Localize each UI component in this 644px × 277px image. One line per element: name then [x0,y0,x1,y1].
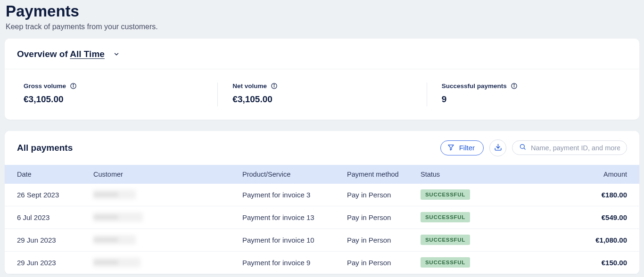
payments-table-card: All payments Filter [5,131,639,274]
status-badge: SUCCESSFUL [421,189,470,200]
metric-gross-volume: Gross volume €3,105.00 [8,81,217,108]
col-header-customer[interactable]: Customer [93,171,242,178]
metric-successful-payments: Successful payments 9 [427,81,636,108]
overview-card: Overview of All Time Gross volume €3,105… [5,39,639,120]
cell-date: 29 Jun 2023 [17,259,93,267]
cell-product: Payment for invoice 3 [242,191,347,199]
toolbar-actions: Filter [440,139,627,156]
metric-label: Gross volume [24,82,66,90]
overview-title: Overview of All Time [17,49,105,59]
overview-period-selector[interactable]: All Time [70,49,105,59]
search-input[interactable] [531,144,620,152]
cell-method: Pay in Person [347,191,421,199]
metric-value: €3,105.00 [24,94,202,105]
metric-label: Net volume [232,82,267,90]
cell-customer: xxxxxxx [93,258,242,267]
cell-product: Payment for invoice 10 [242,236,347,244]
customer-redacted: xxxxxxx [93,190,136,199]
chevron-down-icon[interactable] [113,51,120,57]
filter-label: Filter [459,144,475,152]
cell-customer: xxxxxxx [93,190,242,199]
cell-amount: €150.00 [543,259,627,267]
metric-label: Successful payments [442,82,507,90]
metric-value: €3,105.00 [232,94,411,105]
col-header-product[interactable]: Product/Service [242,171,347,178]
svg-point-5 [274,84,274,84]
table-row[interactable]: 29 Jun 2023 xxxxxxx Payment for invoice … [5,229,639,252]
download-icon [494,143,502,153]
overview-prefix: Overview of [17,49,70,59]
cell-date: 6 Jul 2023 [17,213,93,221]
cell-amount: €1,080.00 [543,236,627,244]
cell-method: Pay in Person [347,259,421,267]
info-icon[interactable] [271,82,278,90]
page-title: Payments [6,2,639,21]
table-toolbar: All payments Filter [5,131,639,165]
svg-point-2 [73,84,74,84]
table-row[interactable]: 29 Jun 2023 xxxxxxx Payment for invoice … [5,252,639,274]
filter-icon [447,144,454,152]
cell-date: 26 Sept 2023 [17,191,93,199]
metric-net-volume: Net volume €3,105.00 [217,81,426,108]
table-title: All payments [17,143,73,153]
customer-redacted: xxxxxxx [93,212,143,222]
col-header-amount[interactable]: Amount [543,171,627,178]
table-row[interactable]: 6 Jul 2023 xxxxxxx Payment for invoice 1… [5,206,639,229]
status-badge: SUCCESSFUL [421,212,470,222]
metrics-row: Gross volume €3,105.00 Net volume €3,105… [5,69,639,120]
svg-line-12 [524,148,525,149]
table-body: 26 Sept 2023 xxxxxxx Payment for invoice… [5,184,639,274]
status-badge: SUCCESSFUL [421,257,470,268]
search-icon [519,143,526,152]
svg-marker-9 [448,145,454,150]
cell-method: Pay in Person [347,236,421,244]
cell-date: 29 Jun 2023 [17,236,93,244]
info-icon[interactable] [511,82,518,90]
cell-status: SUCCESSFUL [421,257,543,268]
cell-status: SUCCESSFUL [421,235,543,245]
col-header-date[interactable]: Date [17,171,93,178]
search-wrapper[interactable] [512,140,627,155]
overview-header: Overview of All Time [5,39,639,69]
cell-product: Payment for invoice 13 [242,213,347,221]
page-subtitle: Keep track of payments from your custome… [6,23,639,31]
customer-redacted: xxxxxxx [93,235,136,244]
cell-customer: xxxxxxx [93,235,242,244]
cell-amount: €180.00 [543,191,627,199]
table-header-row: Date Customer Product/Service Payment me… [5,165,639,184]
table-row[interactable]: 26 Sept 2023 xxxxxxx Payment for invoice… [5,184,639,206]
status-badge: SUCCESSFUL [421,235,470,245]
col-header-status[interactable]: Status [421,171,543,178]
cell-product: Payment for invoice 9 [242,259,347,267]
cell-status: SUCCESSFUL [421,189,543,200]
col-header-method[interactable]: Payment method [347,171,421,178]
svg-point-8 [514,84,514,84]
download-button[interactable] [489,139,506,156]
cell-method: Pay in Person [347,213,421,221]
cell-customer: xxxxxxx [93,212,242,222]
filter-button[interactable]: Filter [440,140,484,155]
page-header: Payments Keep track of payments from you… [5,0,639,39]
info-icon[interactable] [70,82,77,90]
metric-value: 9 [442,94,620,105]
cell-status: SUCCESSFUL [421,212,543,222]
cell-amount: €549.00 [543,213,627,221]
customer-redacted: xxxxxxx [93,258,140,267]
